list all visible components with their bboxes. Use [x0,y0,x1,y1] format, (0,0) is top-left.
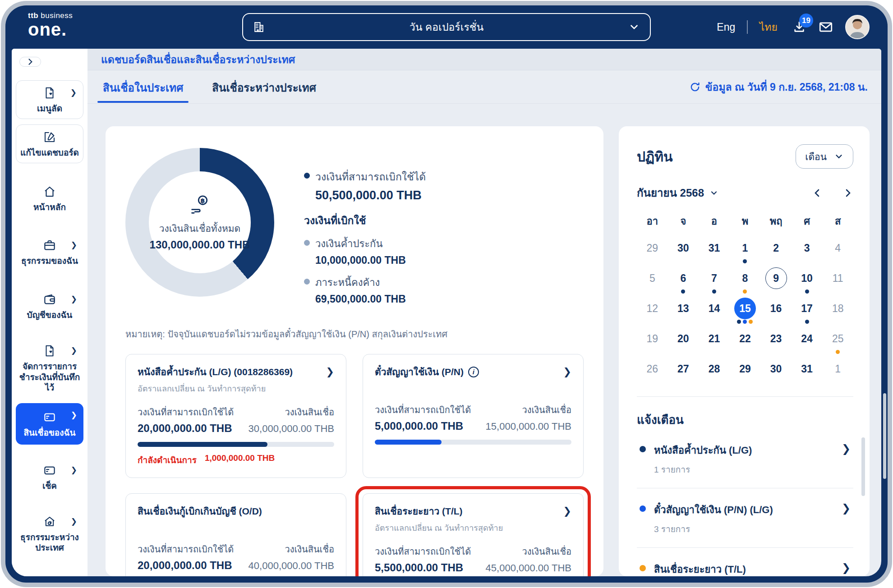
available-value: 5,500,000.00 THB [375,561,463,574]
chevron-right-icon [26,57,35,66]
sidebar-expand-button[interactable] [19,57,41,67]
screen: ❯ เมนูลัด แก้ไขแดชบอร์ด หน้าหลัก [12,49,881,576]
calendar-weekday-row: อาจอพพฤศส [637,213,853,229]
loan-card-title: หนังสือค้ำประกัน (L/G) (0018286369) [138,364,293,379]
calendar-day[interactable]: 26 [637,354,668,385]
sidebar-item-my-accounts[interactable]: ❯ บัญชีของฉัน [16,287,83,325]
calendar-day[interactable]: 29 [730,354,761,385]
sidebar-item-saved-payments[interactable]: ❯ จัดการรายการชำระเงินที่บันทึกไว้ [16,339,83,398]
calendar-prev-button[interactable] [812,188,823,198]
calendar-view-selector[interactable]: เดือน [796,144,853,169]
screenshot-stage: ttbttb businessbusiness one. วัน คอเปอร์… [0,0,893,588]
loan-card-lg[interactable]: หนังสือค้ำประกัน (L/G) (0018286369) ❯ อั… [125,354,346,478]
calendar-day[interactable]: 7 [699,264,730,294]
calendar-day[interactable]: 21 [699,324,730,354]
mail-button[interactable] [818,19,833,35]
svg-text:฿: ฿ [201,197,205,204]
data-refresh[interactable]: ข้อมูล ณ วันที่ 9 ก.ย. 2568, 21:08 น. [689,79,868,95]
calendar-day[interactable]: 28 [699,354,730,385]
refresh-label: ข้อมูล ณ วันที่ 9 ก.ย. 2568, 21:08 น. [705,79,868,95]
calendar-day[interactable]: 5 [637,264,668,294]
sidebar-item-cheque[interactable]: ❯ เช็ค [16,458,83,496]
calendar-day[interactable]: 6 [668,264,699,294]
edit-icon [43,130,56,144]
chevron-right-icon[interactable]: ❯ [563,366,571,378]
calendar-day[interactable]: 31 [699,234,730,264]
sidebar-item-edit-dashboard[interactable]: แก้ไขแดชบอร์ด [16,124,83,163]
calendar-day[interactable]: 29 [637,234,668,264]
notification-item-lg[interactable]: หนังสือค้ำประกัน (L/G) 1 รายการ ❯ [637,429,853,488]
calendar-day[interactable]: 1 [730,234,761,264]
download-button[interactable]: 19 [792,20,806,34]
loan-card-tl[interactable]: สินเชื่อระยะยาว (T/L) ❯ อัตราแลกเปลี่ยน … [363,493,584,576]
calendar-next-button[interactable] [842,188,853,198]
calendar-month-selector[interactable]: กันยายน 2568 [637,184,718,202]
chevron-right-icon[interactable]: ❯ [326,366,334,378]
calendar-day[interactable]: 3 [792,234,823,264]
chevron-right-icon[interactable]: ❯ [563,505,571,517]
calendar-day[interactable]: 27 [668,354,699,385]
notification-item-tl[interactable]: สินเชื่อระยะยาว (T/L) ❯ [637,548,853,576]
loan-card-subtitle: อัตราแลกเปลี่ยน ณ วันทำการสุดท้าย [138,382,334,395]
donut-center-label: วงเงินสินเชื่อทั้งหมด [159,221,240,236]
calendar-day[interactable]: 11 [822,264,853,294]
download-badge: 19 [799,14,813,28]
sidebar-item-my-transactions[interactable]: ❯ ธุรกรรมของฉัน [16,233,83,271]
briefcase-icon [43,239,56,252]
calendar-event-dot [737,320,741,324]
sidebar-item-home[interactable]: หน้าหลัก [16,179,83,217]
calendar-day[interactable]: 22 [730,324,761,354]
tab-domestic-loans[interactable]: สินเชื่อในประเทศ [101,71,185,103]
notification-dot [640,505,646,512]
lang-toggle-en[interactable]: Eng [717,21,735,33]
calendar-day[interactable]: 16 [760,294,792,324]
sidebar-item-international[interactable]: ❯ ธุรกรรมระหว่างประเทศ [16,510,83,558]
chevron-down-icon [834,152,844,161]
company-selector[interactable]: วัน คอเปอร์เรชั่น [242,13,651,41]
info-icon[interactable]: i [468,367,479,377]
calendar-day[interactable]: 1 [822,354,853,385]
page-scrollbar[interactable] [883,393,886,479]
notification-item-pn[interactable]: ตั๋วสัญญาใช้เงิน (P/N) (L/G) 3 รายการ ❯ [637,488,853,548]
calendar-day[interactable]: 23 [760,324,792,354]
calendar-day[interactable]: 25 [822,324,853,354]
calendar-day[interactable]: 9 [760,264,792,294]
calendar-day[interactable]: 8 [730,264,761,294]
calendar-weekday: พ [730,213,761,229]
calendar-day[interactable]: 30 [760,354,792,385]
calendar-day[interactable]: 14 [699,294,730,324]
notification-dot [640,565,646,571]
tabs-row: สินเชื่อในประเทศ สินเชื่อระหว่างประเทศ ข… [87,70,881,104]
calendar-day[interactable]: 4 [822,234,853,264]
calendar-day[interactable]: 24 [792,324,823,354]
tab-international-loans[interactable]: สินเชื่อระหว่างประเทศ [210,71,318,103]
loan-card-pn[interactable]: ตั๋วสัญญาใช้เงิน (P/N) i ❯ วงเงินที่สามา… [363,354,584,478]
calendar-event-dot [681,289,685,294]
calendar-day[interactable]: 30 [668,234,699,264]
calendar-day[interactable]: 20 [668,324,699,354]
sidebar-item-label: บัญชีของฉัน [18,310,81,321]
user-avatar[interactable] [845,15,870,39]
calendar-day[interactable]: 17 [792,294,823,324]
sidebar-item-ctf[interactable]: CTF [16,571,83,576]
calendar-day[interactable]: 2 [760,234,792,264]
panel-divider [637,396,853,397]
calendar-day[interactable]: 13 [668,294,699,324]
legend-dot [304,240,310,246]
calendar-day[interactable]: 12 [637,294,668,324]
calendar-day[interactable]: 15 [730,294,761,324]
notifications-scrollbar[interactable] [861,437,865,496]
calendar-day[interactable]: 10 [792,264,823,294]
calendar-event-dot [805,320,809,324]
calendar-day[interactable]: 31 [792,354,823,385]
lang-toggle-th[interactable]: ไทย [760,19,778,35]
calendar-day[interactable]: 19 [637,324,668,354]
calendar-day[interactable]: 18 [822,294,853,324]
sidebar-item-my-loans[interactable]: ❯ สินเชื่อของฉัน [16,403,83,445]
sidebar-item-shortcut-menu[interactable]: ❯ เมนูลัด [16,80,83,119]
loan-card-od[interactable]: สินเชื่อเงินกู้เบิกเกินบัญชี (O/D) วงเงิ… [125,493,346,576]
available-label: วงเงินที่สามารถเบิกใช้ได้ [138,405,234,419]
donut-center: ฿ วงเงินสินเชื่อทั้งหมด 130,000,000.00 T… [149,171,251,273]
calendar-title: ปฏิทิน [637,146,672,167]
available-label: วงเงินที่สามารถเบิกใช้ได้ [375,544,471,559]
